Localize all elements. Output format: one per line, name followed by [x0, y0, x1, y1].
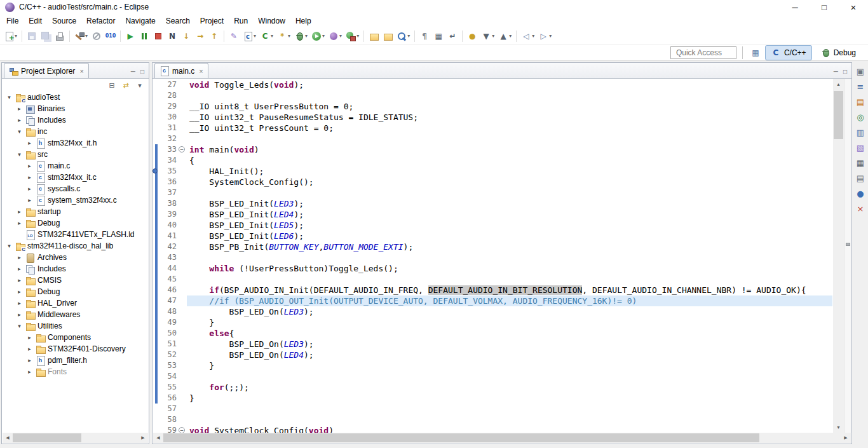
debug-dropdown-icon[interactable]: ▾ — [305, 33, 308, 39]
line-number[interactable]: 44 — [159, 263, 177, 274]
menu-run[interactable]: Run — [229, 15, 253, 27]
editor-vscroll-thumb[interactable] — [834, 91, 843, 139]
open-element-button[interactable] — [367, 29, 380, 43]
collapse-fold-icon[interactable]: − — [179, 146, 185, 153]
build-dropdown-icon[interactable]: ▾ — [85, 33, 88, 39]
line-number[interactable]: 53 — [159, 360, 177, 371]
previous-annotation-button[interactable]: ▲▾ — [497, 29, 513, 43]
code-line-27[interactable]: 27void Toggle_Leds(void); — [153, 79, 832, 90]
code-line-37[interactable]: 37 — [153, 187, 832, 198]
print-button[interactable] — [53, 29, 66, 43]
close-window-button[interactable]: × — [839, 0, 868, 14]
code-line-39[interactable]: 39 BSP_LED_Init(LED4); — [153, 209, 832, 220]
line-number[interactable]: 40 — [159, 220, 177, 231]
code-line-49[interactable]: 49 } — [153, 317, 832, 328]
expand-closed-icon[interactable]: ▸ — [16, 277, 23, 283]
code-line-36[interactable]: 36 SystemClock_Config(); — [153, 177, 832, 187]
code-line-53[interactable]: 53 } — [153, 360, 832, 371]
documents-button[interactable]: ▧ — [853, 140, 867, 155]
tree-item-stm32f4xx-it-c[interactable]: ▸cstm32f4xx_it.c — [2, 172, 149, 183]
tree-item-debug[interactable]: ▸Debug — [2, 286, 149, 297]
expand-closed-icon[interactable]: ▸ — [16, 208, 23, 215]
relaunch-button[interactable]: N — [166, 29, 179, 43]
expand-closed-icon[interactable]: ▸ — [26, 163, 33, 169]
tree-item-hal-driver[interactable]: ▸HAL_Driver — [2, 297, 149, 309]
code-line-29[interactable]: 29__IO uint8_t UserPressButton = 0; — [153, 101, 832, 112]
last-edit-location-button[interactable]: ● — [466, 29, 478, 43]
code-line-31[interactable]: 31__IO uint32_t PressCount = 0; — [153, 123, 832, 133]
code-lines[interactable]: 27void Toggle_Leds(void);2829__IO uint8_… — [153, 79, 832, 433]
code-line-46[interactable]: 46 if(BSP_AUDIO_IN_Init(DEFAULT_AUDIO_IN… — [153, 285, 832, 295]
tree-item-fonts[interactable]: ▸Fonts — [2, 366, 149, 377]
run-dropdown-icon[interactable]: ▾ — [322, 33, 325, 39]
code-line-38[interactable]: 38 BSP_LED_Init(LED3); — [153, 198, 832, 209]
tree-item-system-stm32f4xx-c[interactable]: ▸csystem_stm32f4xx.c — [2, 194, 149, 206]
debug-button[interactable]: ▾ — [293, 29, 309, 43]
menu-help[interactable]: Help — [290, 15, 316, 27]
expand-closed-icon[interactable]: ▸ — [16, 105, 23, 112]
editor-body[interactable]: 27void Toggle_Leds(void);2829__IO uint8_… — [153, 79, 851, 433]
expand-closed-icon[interactable]: ▸ — [16, 266, 23, 272]
block-selection-button[interactable]: ▦ — [432, 29, 445, 43]
step-over-button[interactable]: → — [194, 29, 207, 43]
scroll-left-icon[interactable]: ◀ — [3, 435, 13, 440]
code-line-47[interactable]: 47 //if (BSP_AUDIO_OUT_Init(OUTPUT_DEVIC… — [153, 295, 832, 306]
coverage-dropdown-icon[interactable]: ▾ — [288, 33, 290, 39]
editor-hscrollbar[interactable]: ◀ ▶ — [153, 433, 851, 443]
maximize-window-button[interactable]: □ — [810, 0, 839, 14]
expand-closed-icon[interactable]: ▸ — [26, 197, 33, 203]
menu-project[interactable]: Project — [195, 15, 229, 27]
minimize-editor-button[interactable]: ─ — [834, 68, 838, 75]
new-dropdown-icon[interactable]: ▾ — [15, 33, 17, 39]
code-line-55[interactable]: 55 for(;;); — [153, 382, 832, 393]
resume-button[interactable]: ▶ — [124, 29, 137, 43]
make-targets-button[interactable]: ◎ — [853, 109, 867, 125]
tree-item-middlewares[interactable]: ▸Middlewares — [2, 309, 149, 320]
step-into-button[interactable]: ↓ — [180, 29, 193, 43]
tree-item-archives[interactable]: ▸Archives — [2, 252, 149, 263]
tree-item-syscalls-c[interactable]: ▸csyscalls.c — [2, 183, 149, 194]
expand-closed-icon[interactable]: ▸ — [26, 186, 33, 192]
tree-item-pdm-filter-h[interactable]: ▸hpdm_filter.h — [2, 355, 149, 366]
menu-edit[interactable]: Edit — [24, 15, 47, 27]
restore-pane-button[interactable]: ▣ — [853, 64, 867, 79]
code-line-51[interactable]: 51 BSP_LED_On(LED3); — [153, 339, 832, 350]
editor-vscrollbar[interactable]: ▲ ▼ — [833, 79, 844, 433]
menu-window[interactable]: Window — [253, 15, 290, 27]
tree-item-debug[interactable]: ▸Debug — [2, 217, 149, 229]
step-return-button[interactable]: ↑ — [208, 29, 220, 43]
line-number[interactable]: 37 — [159, 187, 177, 198]
code-line-43[interactable]: 43 — [153, 252, 832, 263]
line-number[interactable]: 51 — [159, 339, 177, 350]
line-number[interactable]: 39 — [159, 209, 177, 220]
previous-annotation-dropdown-icon[interactable]: ▾ — [509, 33, 512, 39]
overview-ruler[interactable] — [844, 79, 851, 433]
scroll-left-icon[interactable]: ◀ — [153, 435, 163, 440]
profile-dropdown-icon[interactable]: ▾ — [339, 33, 342, 39]
profile-button[interactable]: ▾ — [327, 29, 343, 43]
tree-item-stm32f411vetx-flash-ld[interactable]: LDSTM32F411VETx_FLASH.ld — [2, 229, 149, 240]
code-line-34[interactable]: 34{ — [153, 155, 832, 166]
code-line-52[interactable]: 52 BSP_LED_On(LED4); — [153, 350, 832, 360]
menu-source[interactable]: Source — [47, 15, 81, 27]
expand-closed-icon[interactable]: ▸ — [26, 369, 33, 375]
expand-closed-icon[interactable]: ▸ — [26, 140, 33, 146]
link-with-editor-button[interactable]: ⇄ — [120, 80, 132, 91]
tab-project-explorer[interactable]: Project Explorer × — [4, 63, 89, 78]
code-line-45[interactable]: 45 — [153, 274, 832, 285]
mark-occurrences-button[interactable]: ✎ — [227, 29, 240, 43]
minimize-window-button[interactable]: ─ — [780, 0, 810, 14]
new-source-file-button[interactable]: ▾ — [241, 29, 257, 43]
line-number[interactable]: 32 — [159, 133, 177, 144]
code-line-57[interactable]: 57 — [153, 404, 832, 414]
scroll-right-icon[interactable]: ▶ — [138, 435, 148, 440]
code-line-54[interactable]: 54 — [153, 371, 832, 382]
word-wrap-button[interactable]: ↵ — [446, 29, 459, 43]
line-number[interactable]: 34 — [159, 155, 177, 166]
line-number[interactable]: 52 — [159, 350, 177, 360]
tree-item-includes[interactable]: ▸Includes — [2, 114, 149, 126]
expand-closed-icon[interactable]: ▸ — [16, 311, 23, 318]
line-number[interactable]: 46 — [159, 285, 177, 295]
expand-open-icon[interactable]: ▾ — [6, 243, 13, 249]
line-number[interactable]: 27 — [159, 79, 177, 90]
